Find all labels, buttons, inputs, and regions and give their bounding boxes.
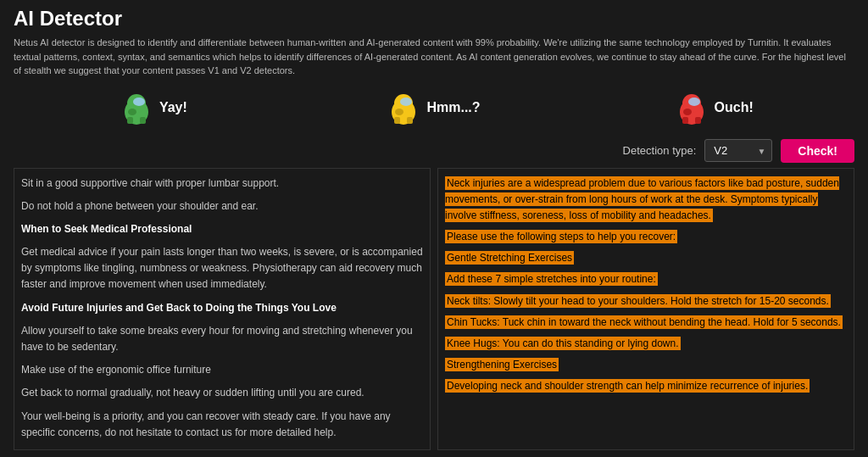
svg-point-4 [133,98,145,106]
detection-select-wrapper[interactable]: V1 V2 [704,139,772,162]
yay-label: Yay! [159,100,187,115]
right-block-2: Gentle Stretching Exercises [445,250,847,266]
among-us-green-icon [120,90,153,125]
svg-point-10 [400,98,412,106]
right-highlight-0: Neck injuries are a widespread problem d… [445,176,839,222]
svg-rect-2 [127,117,133,124]
right-block-6: Knee Hugs: You can do this standing or l… [445,336,847,352]
right-highlight-8: Developing neck and shoulder strength ca… [445,379,810,393]
icon-item-hmm: Hmm...? [294,90,575,125]
svg-point-5 [128,109,136,115]
right-block-3: Add these 7 simple stretches into your r… [445,271,847,287]
right-highlight-4: Neck tilts: Slowly tilt your head to you… [445,294,831,308]
controls-row: Detection type: V1 V2 Check! [0,134,868,168]
detection-select[interactable]: V1 V2 [704,139,772,162]
hmm-label: Hmm...? [426,100,480,115]
among-us-yellow-icon [387,90,420,125]
right-highlight-2: Gentle Stretching Exercises [445,251,574,265]
page-wrapper: AI Detector Netus AI detector is designe… [0,0,868,457]
main-content: Sit in a good supportive chair with prop… [0,168,868,458]
page-title: AI Detector [14,7,854,31]
right-highlight-5: Chin Tucks: Tuck chin in toward the neck… [445,315,843,329]
right-block-0: Neck injuries are a widespread problem d… [445,176,847,225]
svg-point-11 [395,109,403,115]
left-text-6: Get back to normal gradually, not heavy … [21,385,423,401]
svg-rect-15 [695,117,701,124]
left-text-8: Sending you a full and fast return to he… [21,448,423,450]
right-block-8: Developing neck and shoulder strength ca… [445,378,847,394]
svg-rect-8 [394,117,400,124]
svg-point-16 [688,98,700,106]
detection-type-label: Detection type: [623,144,697,157]
left-text-1: Sit in a good supportive chair with prop… [21,176,423,192]
left-text-4: Allow yourself to take some breaks every… [21,323,423,355]
right-highlight-1: Please use the following steps to help y… [445,230,677,243]
right-highlight-6: Knee Hugs: You can do this standing or l… [445,337,681,350]
left-text-2: Do not hold a phone between your shoulde… [21,198,423,215]
svg-rect-9 [407,117,413,124]
header-description: Netus AI detector is designed to identif… [14,36,854,78]
left-heading-1: When to Seek Medical Professional [21,221,423,237]
right-block-4: Neck tilts: Slowly tilt your head to you… [445,293,847,309]
svg-point-17 [683,109,692,115]
left-text-5: Make use of the ergonomic office furnitu… [21,362,423,378]
right-panel[interactable]: Neck injuries are a widespread problem d… [437,168,854,451]
right-block-5: Chin Tucks: Tuck chin in toward the neck… [445,315,847,331]
left-text-3: Get medical advice if your pain lasts lo… [21,244,423,293]
ouch-label: Ouch! [715,100,754,115]
among-us-red-icon [676,90,708,125]
left-panel[interactable]: Sit in a good supportive chair with prop… [14,168,431,451]
right-highlight-3: Add these 7 simple stretches into your r… [445,272,658,286]
header: AI Detector Netus AI detector is designe… [0,0,868,81]
check-button[interactable]: Check! [781,139,854,163]
right-block-7: Strengthening Exercises [445,357,847,373]
svg-rect-3 [140,117,146,124]
left-heading-2: Avoid Future Injuries and Get Back to Do… [21,300,423,316]
right-highlight-7: Strengthening Exercises [445,358,559,371]
icons-row: Yay! Hmm...? Ouch! [0,81,868,134]
left-text-7: Your well-being is a priority, and you c… [21,409,423,441]
svg-rect-14 [682,117,688,124]
icon-item-yay: Yay! [14,90,294,125]
right-block-1: Please use the following steps to help y… [445,229,847,245]
icon-item-ouch: Ouch! [574,90,854,125]
